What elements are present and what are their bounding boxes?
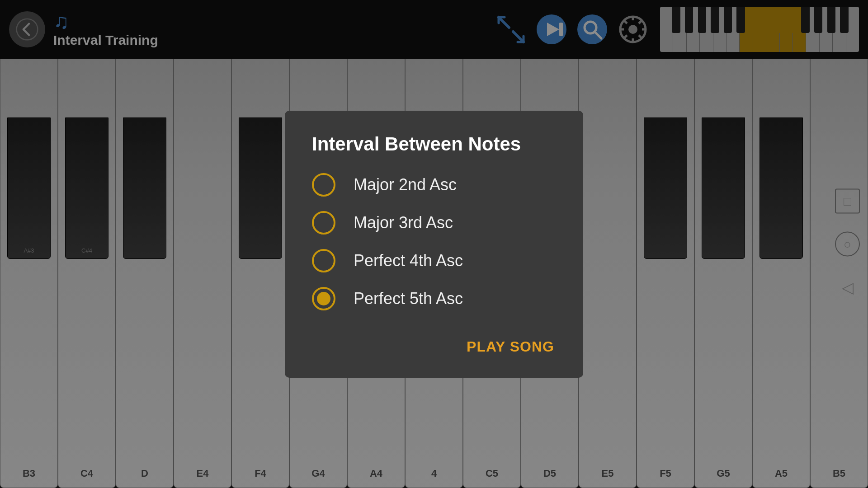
dialog-title: Interval Between Notes <box>312 133 556 155</box>
radio-item-perfect-4th[interactable]: Perfect 4th Asc <box>312 249 556 272</box>
radio-item-major-2nd[interactable]: Major 2nd Asc <box>312 173 556 197</box>
interval-dialog: Interval Between Notes Major 2nd Asc Maj… <box>285 111 583 378</box>
radio-item-perfect-5th[interactable]: Perfect 5th Asc <box>312 287 556 310</box>
radio-label-perfect-5th: Perfect 5th Asc <box>354 289 463 308</box>
radio-item-major-3rd[interactable]: Major 3rd Asc <box>312 211 556 235</box>
radio-perfect-5th[interactable] <box>312 287 335 310</box>
radio-major-2nd[interactable] <box>312 173 335 197</box>
play-song-button[interactable]: PLAY SONG <box>465 334 556 360</box>
dialog-overlay: Interval Between Notes Major 2nd Asc Maj… <box>0 0 868 488</box>
radio-label-perfect-4th: Perfect 4th Asc <box>354 251 463 270</box>
radio-major-3rd[interactable] <box>312 211 335 235</box>
radio-perfect-4th[interactable] <box>312 249 335 272</box>
radio-label-major-3rd: Major 3rd Asc <box>354 213 453 232</box>
radio-label-major-2nd: Major 2nd Asc <box>354 175 457 194</box>
